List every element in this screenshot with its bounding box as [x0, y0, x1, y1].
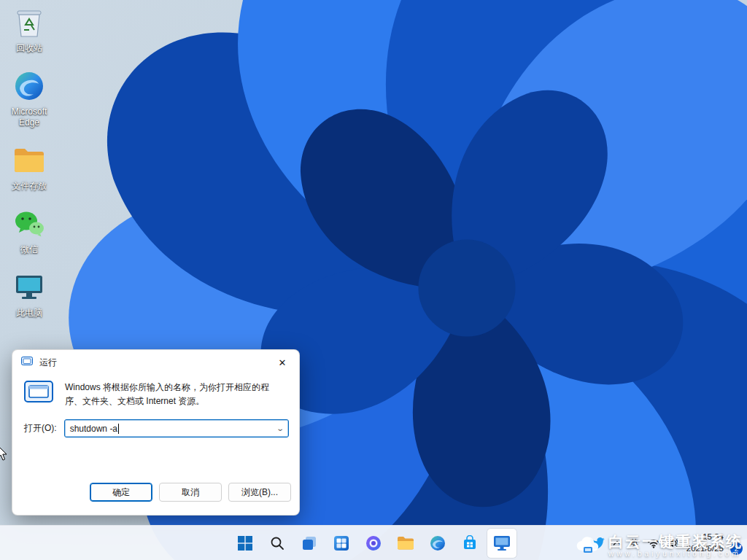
- task-view-icon: [301, 535, 317, 551]
- desktop-icon-this-pc[interactable]: 此电脑: [3, 271, 55, 319]
- taskbar-system-tray: 英 15:34 2021/8/25 2: [585, 526, 746, 560]
- run-dialog-title-icon: [21, 357, 33, 369]
- desktop-icon-label: 此电脑: [16, 308, 42, 319]
- open-row: 打开(O): shutdown -a ⌄: [12, 408, 299, 438]
- twitter-bird-icon: [589, 536, 605, 551]
- run-command-input[interactable]: shutdown -a ⌄: [64, 419, 289, 438]
- start-button[interactable]: [231, 529, 260, 558]
- desktop-icon-column: 回收站 Microsoft Edge 文件存放 微信 此电脑: [3, 6, 55, 319]
- desktop-icon-label: 回收站: [16, 43, 42, 54]
- chevron-up-icon: [613, 540, 622, 546]
- task-view-button[interactable]: [295, 529, 324, 558]
- edge-taskbar-button[interactable]: [423, 529, 452, 558]
- run-dialog: 运行 ✕ Windows 将根据你所输入的名称，为你打开相应的程序、文件夹、文档…: [12, 349, 300, 516]
- network-tray-button[interactable]: [644, 529, 663, 558]
- close-icon[interactable]: ✕: [266, 350, 299, 375]
- desktop-icon-label: 文件存放: [12, 181, 47, 192]
- edge-icon: [430, 535, 446, 551]
- run-command-value: shutdown -a: [70, 424, 117, 434]
- file-explorer-button[interactable]: [391, 529, 420, 558]
- clock-time: 15:34: [686, 532, 724, 543]
- folder-icon: [12, 144, 46, 177]
- desktop-icon-edge[interactable]: Microsoft Edge: [3, 69, 55, 128]
- widgets-button[interactable]: [327, 529, 356, 558]
- browse-button[interactable]: 浏览(B)...: [228, 483, 291, 502]
- run-icon: [24, 381, 53, 408]
- speaker-icon: [667, 538, 679, 548]
- run-dialog-description: Windows 将根据你所输入的名称，为你打开相应的程序、文件夹、文档或 Int…: [65, 381, 284, 408]
- desktop-icon-recycle-bin[interactable]: 回收站: [3, 6, 55, 54]
- edge-icon: [12, 69, 46, 103]
- notification-badge[interactable]: 2: [730, 542, 743, 555]
- taskbar-clock[interactable]: 15:34 2021/8/25: [684, 532, 728, 554]
- run-dialog-titlebar[interactable]: 运行 ✕: [12, 350, 299, 375]
- desktop-icon-wechat[interactable]: 微信: [3, 207, 55, 255]
- cancel-button[interactable]: 取消: [159, 483, 222, 502]
- search-icon: [270, 536, 285, 551]
- desktop-icon-label: Microsoft Edge: [3, 106, 55, 128]
- text-caret: [118, 424, 119, 434]
- run-dialog-buttons: 确定 取消 浏览(B)...: [90, 483, 291, 502]
- twitter-tray-button[interactable]: [585, 529, 608, 558]
- ok-button[interactable]: 确定: [90, 483, 152, 502]
- active-app-monitor-icon: [493, 535, 511, 551]
- run-dialog-body: Windows 将根据你所输入的名称，为你打开相应的程序、文件夹、文档或 Int…: [12, 375, 299, 408]
- search-button[interactable]: [263, 529, 292, 558]
- taskbar-center-icons: [231, 526, 516, 560]
- desktop-icon-label: 微信: [20, 244, 38, 255]
- file-explorer-icon: [397, 536, 414, 551]
- cortana-button[interactable]: [359, 529, 388, 558]
- taskbar: 英 15:34 2021/8/25 2: [0, 525, 747, 560]
- desktop-icon-file-storage[interactable]: 文件存放: [3, 144, 55, 192]
- volume-tray-button[interactable]: [664, 529, 683, 558]
- store-button[interactable]: [455, 529, 484, 558]
- language-indicator[interactable]: 英: [626, 529, 643, 558]
- windows-logo-icon: [237, 535, 253, 551]
- store-icon: [462, 535, 478, 551]
- active-app-button[interactable]: [487, 529, 516, 558]
- monitor-icon: [12, 271, 46, 304]
- mouse-cursor: [0, 445, 7, 463]
- recycle-bin-icon: [12, 6, 46, 39]
- chevron-down-icon[interactable]: ⌄: [276, 424, 285, 432]
- wechat-icon: [12, 207, 46, 241]
- run-dialog-title: 运行: [39, 357, 57, 369]
- wifi-icon: [648, 539, 659, 548]
- open-label: 打开(O):: [24, 422, 57, 435]
- cortana-icon: [365, 535, 382, 551]
- hidden-icons-chevron-button[interactable]: [609, 529, 625, 558]
- widgets-icon: [333, 535, 349, 551]
- clock-date: 2021/8/25: [686, 543, 724, 555]
